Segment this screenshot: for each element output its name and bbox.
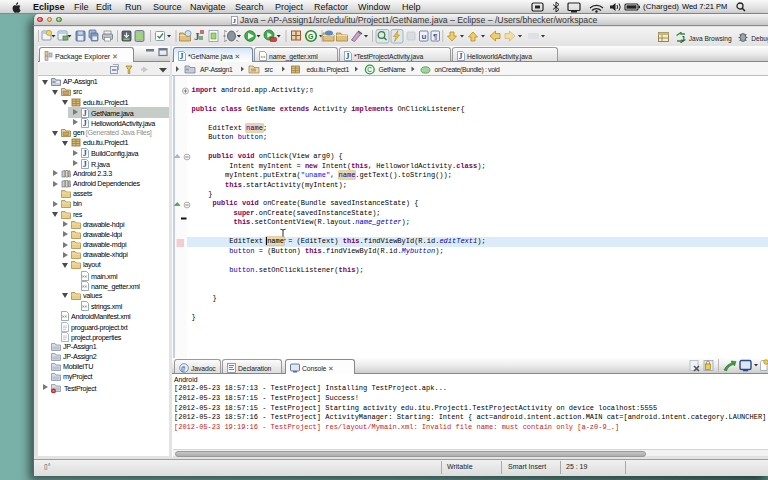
svg-text:J: J <box>83 160 87 169</box>
svg-text:G: G <box>308 33 314 40</box>
svg-text:J: J <box>233 17 237 25</box>
svg-text:J: J <box>180 52 184 61</box>
svg-text:C: C <box>367 66 372 73</box>
svg-text:u: u <box>422 32 427 41</box>
svg-text:¶: ¶ <box>433 32 438 41</box>
svg-text:J: J <box>681 35 685 42</box>
svg-text:J: J <box>459 52 463 61</box>
svg-text:J: J <box>83 109 87 118</box>
svg-text:J: J <box>83 119 87 128</box>
svg-text:J: J <box>83 149 87 158</box>
svg-text:J: J <box>346 52 350 61</box>
